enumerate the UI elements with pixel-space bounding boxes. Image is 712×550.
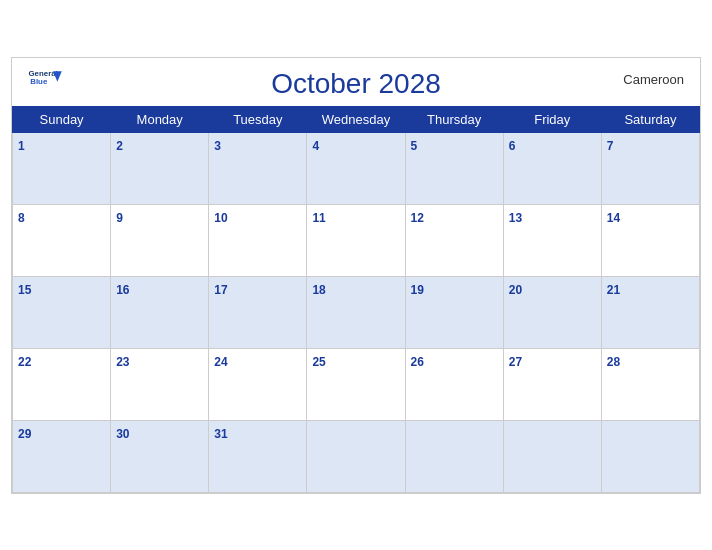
week-row-3: 15161718192021 (13, 276, 700, 348)
day-number: 25 (312, 355, 325, 369)
svg-text:General: General (29, 68, 58, 77)
weekday-header-row: Sunday Monday Tuesday Wednesday Thursday… (13, 106, 700, 132)
day-number: 29 (18, 427, 31, 441)
day-cell: 18 (307, 276, 405, 348)
day-number: 16 (116, 283, 129, 297)
day-number: 1 (18, 139, 25, 153)
day-number: 21 (607, 283, 620, 297)
day-number: 3 (214, 139, 221, 153)
day-number: 8 (18, 211, 25, 225)
week-row-2: 891011121314 (13, 204, 700, 276)
day-cell: 27 (503, 348, 601, 420)
day-number: 20 (509, 283, 522, 297)
day-cell (601, 420, 699, 492)
day-number: 12 (411, 211, 424, 225)
week-row-1: 1234567 (13, 132, 700, 204)
day-cell: 16 (111, 276, 209, 348)
day-number: 6 (509, 139, 516, 153)
calendar-header: General Blue October 2028 Cameroon (12, 58, 700, 106)
week-row-5: 293031 (13, 420, 700, 492)
day-cell: 9 (111, 204, 209, 276)
day-cell: 28 (601, 348, 699, 420)
country-label: Cameroon (623, 72, 684, 87)
day-cell: 3 (209, 132, 307, 204)
day-number: 17 (214, 283, 227, 297)
calendar-grid: Sunday Monday Tuesday Wednesday Thursday… (12, 106, 700, 493)
day-number: 14 (607, 211, 620, 225)
day-cell: 12 (405, 204, 503, 276)
calendar-container: General Blue October 2028 Cameroon Sunda… (11, 57, 701, 494)
day-number: 19 (411, 283, 424, 297)
day-number: 9 (116, 211, 123, 225)
weekday-monday: Monday (111, 106, 209, 132)
day-cell (405, 420, 503, 492)
day-cell (307, 420, 405, 492)
day-number: 22 (18, 355, 31, 369)
calendar-body: 1234567891011121314151617181920212223242… (13, 132, 700, 492)
day-cell: 21 (601, 276, 699, 348)
logo-area: General Blue (28, 66, 64, 94)
day-cell: 22 (13, 348, 111, 420)
day-cell: 5 (405, 132, 503, 204)
day-cell: 10 (209, 204, 307, 276)
day-cell: 2 (111, 132, 209, 204)
month-title: October 2028 (271, 68, 441, 100)
day-cell: 30 (111, 420, 209, 492)
day-cell: 23 (111, 348, 209, 420)
day-number: 13 (509, 211, 522, 225)
day-number: 4 (312, 139, 319, 153)
general-blue-logo-icon: General Blue (28, 66, 64, 94)
day-number: 27 (509, 355, 522, 369)
svg-text:Blue: Blue (30, 77, 48, 86)
day-number: 30 (116, 427, 129, 441)
day-cell: 7 (601, 132, 699, 204)
weekday-wednesday: Wednesday (307, 106, 405, 132)
day-cell (503, 420, 601, 492)
weekday-tuesday: Tuesday (209, 106, 307, 132)
day-cell: 31 (209, 420, 307, 492)
day-cell: 4 (307, 132, 405, 204)
day-cell: 19 (405, 276, 503, 348)
day-number: 31 (214, 427, 227, 441)
day-cell: 25 (307, 348, 405, 420)
day-number: 28 (607, 355, 620, 369)
day-number: 26 (411, 355, 424, 369)
day-number: 15 (18, 283, 31, 297)
day-number: 18 (312, 283, 325, 297)
day-cell: 17 (209, 276, 307, 348)
day-cell: 6 (503, 132, 601, 204)
day-cell: 1 (13, 132, 111, 204)
day-number: 24 (214, 355, 227, 369)
weekday-friday: Friday (503, 106, 601, 132)
day-cell: 8 (13, 204, 111, 276)
day-cell: 14 (601, 204, 699, 276)
day-cell: 20 (503, 276, 601, 348)
day-number: 5 (411, 139, 418, 153)
day-cell: 13 (503, 204, 601, 276)
day-cell: 24 (209, 348, 307, 420)
week-row-4: 22232425262728 (13, 348, 700, 420)
weekday-sunday: Sunday (13, 106, 111, 132)
day-number: 2 (116, 139, 123, 153)
day-number: 10 (214, 211, 227, 225)
day-cell: 11 (307, 204, 405, 276)
day-cell: 29 (13, 420, 111, 492)
day-cell: 15 (13, 276, 111, 348)
weekday-thursday: Thursday (405, 106, 503, 132)
day-number: 23 (116, 355, 129, 369)
day-cell: 26 (405, 348, 503, 420)
weekday-saturday: Saturday (601, 106, 699, 132)
day-number: 11 (312, 211, 325, 225)
day-number: 7 (607, 139, 614, 153)
